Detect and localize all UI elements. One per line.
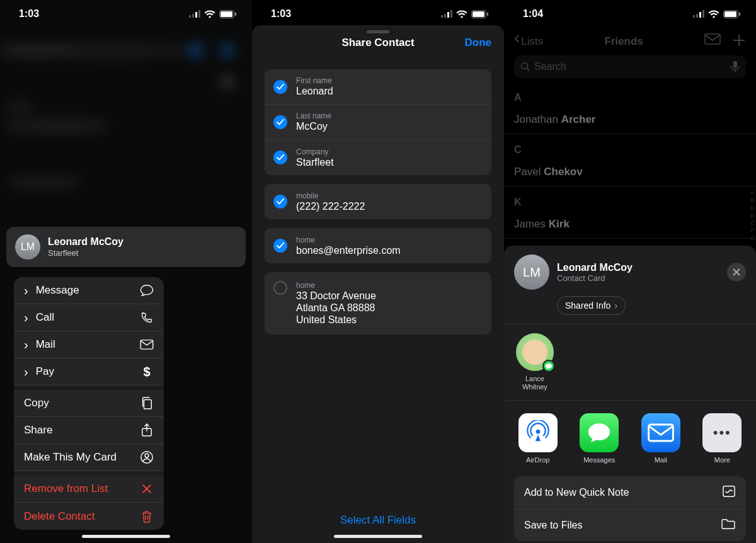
menu-share[interactable]: Share (14, 417, 164, 444)
avatar: LM (514, 254, 549, 290)
sheet-header: Share Contact Done (252, 25, 504, 60)
menu-call-label: Call (36, 311, 54, 324)
status-time: 1:04 (523, 8, 543, 20)
svg-rect-15 (450, 10, 452, 18)
action-label: Save to Files (524, 520, 582, 531)
screen-contacts-share-sheet: 1:04 Lists Friends A Jonathan Archer C P… (504, 0, 756, 543)
svg-rect-8 (144, 400, 151, 409)
field-value: bones@enterprise.com (296, 245, 401, 256)
trash-icon (140, 510, 154, 523)
name-group: First nameLeonard Last nameMcCoy Company… (265, 69, 491, 175)
chevron-right-icon (24, 283, 31, 298)
message-bubble-icon (140, 284, 154, 297)
action-label: Add to New Quick Note (524, 487, 629, 498)
menu-pay[interactable]: Pay $ (14, 358, 164, 386)
done-button[interactable]: Done (465, 25, 492, 60)
cellular-icon (693, 10, 704, 18)
field-company[interactable]: CompanyStarfleet (265, 140, 491, 175)
field-value: (222) 222-2222 (296, 201, 365, 212)
svg-rect-18 (487, 13, 488, 16)
share-app-airdrop[interactable]: AirDrop (514, 413, 562, 464)
share-app-more[interactable]: More (699, 413, 747, 464)
person-last: Whitney (522, 383, 547, 391)
checkmark-on-icon (273, 115, 287, 129)
folder-icon (721, 518, 736, 532)
address-line: United States (296, 314, 376, 326)
contact-company: Starfleet (48, 248, 123, 258)
content: LM Leonard McCoy Starfleet Message Call … (0, 28, 252, 530)
field-address[interactable]: home 33 Doctor Avenue Atlanta GA 88888 U… (265, 272, 491, 334)
menu-copy[interactable]: Copy (14, 390, 164, 417)
cellular-icon (441, 10, 452, 18)
suggested-person[interactable]: LanceWhitney (514, 333, 556, 391)
context-menu: Message Call Mail Pay $ Copy Share (14, 277, 164, 530)
screen-share-contact-fields: 1:03 Share Contact Done First nameLeonar… (252, 0, 504, 543)
menu-delete-contact[interactable]: Delete Contact (14, 503, 164, 530)
share-fields-sheet: Share Contact Done First nameLeonard Las… (252, 25, 504, 543)
field-value: McCoy (296, 121, 331, 132)
wifi-icon (204, 10, 215, 18)
field-email[interactable]: homebones@enterprise.com (265, 228, 491, 263)
action-save-to-files[interactable]: Save to Files (514, 510, 746, 541)
sheet-title: Share Contact (341, 37, 414, 49)
field-last-name[interactable]: Last nameMcCoy (265, 105, 491, 140)
share-app-messages[interactable]: Messages (576, 413, 624, 464)
svg-rect-6 (235, 13, 236, 16)
menu-call[interactable]: Call (14, 304, 164, 331)
action-add-quick-note[interactable]: Add to New Quick Note (514, 476, 746, 510)
system-share-sheet: LM Leonard McCoy Contact Card Shared Inf… (504, 246, 756, 543)
menu-message-label: Message (36, 284, 79, 297)
svg-rect-24 (724, 11, 736, 17)
menu-message[interactable]: Message (14, 277, 164, 304)
contact-preview-card[interactable]: LM Leonard McCoy Starfleet (6, 227, 246, 267)
field-first-name[interactable]: First nameLeonard (265, 69, 491, 105)
more-icon (702, 413, 742, 452)
share-app-mail[interactable]: Mail (637, 413, 685, 464)
menu-delete-label: Delete Contact (24, 510, 94, 523)
x-icon (732, 268, 741, 277)
svg-point-11 (145, 454, 149, 457)
svg-rect-19 (693, 15, 695, 18)
address-group: home 33 Doctor Avenue Atlanta GA 88888 U… (265, 272, 491, 334)
cellular-icon (189, 10, 200, 18)
checkmark-on-icon (273, 151, 287, 164)
status-time: 1:03 (19, 8, 39, 20)
field-value: Starfleet (296, 157, 334, 168)
envelope-icon (140, 340, 154, 350)
shared-info-button[interactable]: Shared Info (557, 296, 626, 315)
quick-note-icon (722, 485, 736, 500)
status-bar: 1:03 (0, 0, 252, 28)
contact-name: Leonard McCoy (48, 236, 123, 248)
airdrop-icon (518, 413, 558, 452)
select-all-fields-button[interactable]: Select All Fields (252, 514, 504, 527)
wifi-icon (708, 10, 719, 18)
menu-share-label: Share (24, 424, 52, 437)
home-indicator[interactable] (82, 535, 170, 538)
address-line: 33 Doctor Avenue (296, 290, 376, 302)
status-indicators (441, 10, 489, 18)
svg-rect-3 (198, 10, 200, 18)
checkmark-off-icon (273, 281, 287, 295)
phone-group: mobile(222) 222-2222 (265, 184, 491, 219)
app-label: Mail (637, 456, 685, 464)
chevron-right-icon (24, 365, 31, 379)
status-bar: 1:04 (504, 0, 756, 28)
svg-rect-13 (444, 14, 446, 18)
messages-icon (580, 413, 619, 452)
share-actions-card: Add to New Quick Note Save to Files (514, 476, 746, 541)
close-button[interactable] (727, 263, 746, 282)
checkmark-on-icon (273, 195, 287, 209)
menu-make-my-card[interactable]: Make This My Card (14, 444, 164, 471)
checkmark-on-icon (273, 239, 287, 253)
svg-rect-7 (140, 340, 153, 349)
mail-icon (641, 413, 680, 452)
menu-pay-label: Pay (36, 365, 54, 378)
status-indicators (693, 10, 741, 18)
screen-context-menu: 1:03 LM Leonard McCoy Starfleet Message … (0, 0, 252, 543)
home-indicator[interactable] (334, 535, 422, 538)
checkmark-on-icon (273, 80, 287, 94)
field-mobile[interactable]: mobile(222) 222-2222 (265, 184, 491, 219)
svg-rect-5 (220, 11, 232, 17)
menu-mail[interactable]: Mail (14, 331, 164, 358)
menu-remove-from-list[interactable]: Remove from List (14, 476, 164, 503)
